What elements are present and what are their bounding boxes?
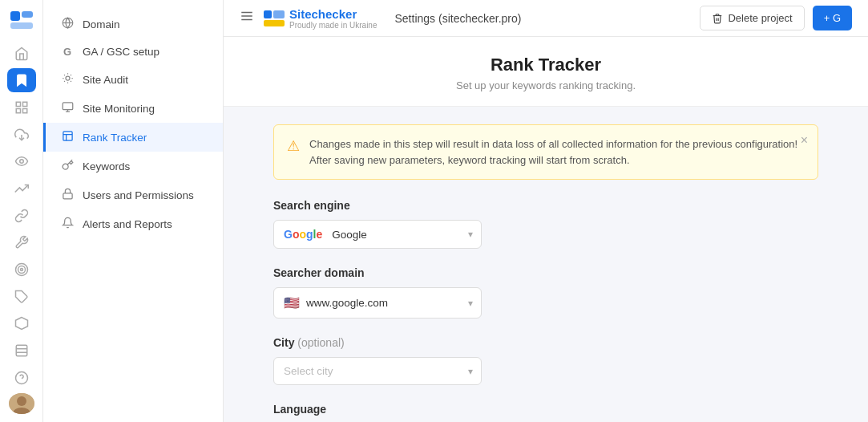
sidebar-item-domain-label: Domain [83,18,120,30]
svg-rect-28 [63,132,71,140]
add-project-label: + G [824,12,841,24]
bell-icon [60,217,75,231]
sidebar-item-keywords[interactable]: Keywords [43,152,223,181]
menu-toggle[interactable] [240,9,254,27]
sidebar-item-site-audit-label: Site Audit [83,74,128,86]
svg-rect-4 [22,102,26,106]
link-icon[interactable] [7,204,36,228]
google-g-icon: Google [284,228,322,241]
page-subtitle: Set up your keywords ranking tracking. [240,79,852,91]
svg-rect-1 [22,11,33,18]
sidebar-item-users-permissions[interactable]: Users and Permissions [43,181,223,209]
main-content: Rank Tracker Set up your keywords rankin… [224,37,868,422]
tool-icon[interactable] [7,231,36,255]
svg-rect-0 [10,11,20,21]
search-engine-select[interactable]: Google Google ▾ [273,220,482,249]
sidebar-item-rank-tracker-label: Rank Tracker [83,132,147,144]
topbar: Sitechecker Proudly made in Ukraine Sett… [224,0,868,37]
svg-point-10 [18,266,25,274]
chevron-down-icon-2: ▾ [468,298,473,309]
eye-icon[interactable] [7,149,36,173]
monitor-icon [60,101,75,116]
topbar-title: Settings (sitechecker.pro) [395,12,522,25]
bug-icon [60,72,75,87]
chart-icon[interactable] [7,177,36,201]
city-select[interactable]: Select city ▾ [273,357,482,385]
sidebar-item-site-audit[interactable]: Site Audit [43,65,223,94]
svg-rect-6 [22,108,26,112]
city-field: City (optional) Select city ▾ [273,336,818,385]
bookmark-icon[interactable] [7,68,36,92]
sidebar-item-alerts-reports-label: Alerts and Reports [83,218,172,230]
logo-text: Sitechecker [289,7,377,21]
download-icon[interactable] [7,123,36,147]
trash-icon [712,13,723,24]
sidebar-item-keywords-label: Keywords [83,160,130,172]
svg-rect-37 [273,10,285,18]
lock-icon [60,188,75,202]
warning-text: Changes made in this step will result in… [309,136,797,168]
settings-sidebar: Domain G GA / GSC setup Site Audit Site … [43,0,224,422]
svg-rect-3 [16,102,20,106]
topbar-actions: Delete project + G [700,6,852,30]
svg-rect-14 [16,345,27,356]
city-optional-label: (optional) [297,336,344,349]
searcher-domain-select-wrapper: 🇺🇸 www.google.com ▾ [273,287,482,319]
svg-rect-2 [10,22,33,29]
main-area: Sitechecker Proudly made in Ukraine Sett… [224,0,868,422]
home-icon[interactable] [7,42,36,66]
us-flag-icon: 🇺🇸 [284,295,300,310]
searcher-domain-value: www.google.com [306,297,388,309]
language-label: Language [273,403,818,416]
logo-icon[interactable] [7,8,36,32]
target-icon[interactable] [7,258,36,282]
search-engine-field: Search engine Google Google ▾ [273,199,818,249]
chevron-down-icon-3: ▾ [468,366,473,377]
sidebar-item-ga-gsc-label: GA / GSC setup [83,46,159,58]
puzzle-icon[interactable] [7,285,36,309]
keywords-icon [60,159,75,173]
grid-icon[interactable] [7,95,36,120]
language-field: Language English ▾ [273,403,818,422]
page-title: Rank Tracker [240,55,852,75]
svg-point-24 [66,76,70,80]
svg-point-11 [20,269,22,271]
svg-rect-35 [264,10,272,18]
svg-rect-25 [63,103,73,110]
warning-icon: ⚠ [287,137,300,155]
ga-icon: G [60,46,75,58]
avatar[interactable] [9,393,34,414]
form-area: ⚠ Changes made in this step will result … [257,107,834,422]
sidebar-item-site-monitoring-label: Site Monitoring [83,103,155,115]
sidebar-item-rank-tracker[interactable]: Rank Tracker [43,123,223,152]
delete-project-label: Delete project [728,12,792,24]
svg-rect-5 [16,108,20,112]
searcher-domain-label: Searcher domain [273,266,818,279]
search-engine-value: Google [332,229,367,241]
sitechecker-logo [264,10,285,26]
sidebar-item-site-monitoring[interactable]: Site Monitoring [43,94,223,123]
page-header: Rank Tracker Set up your keywords rankin… [224,37,868,107]
logo-area: Sitechecker Proudly made in Ukraine [264,7,377,30]
icon-rail [0,0,43,422]
tag-icon[interactable] [7,312,36,336]
search-engine-select-wrapper: Google Google ▾ [273,220,482,249]
sidebar-item-domain[interactable]: Domain [43,10,223,39]
city-placeholder: Select city [284,365,333,377]
svg-point-20 [17,396,26,406]
warning-close-button[interactable]: × [801,133,808,148]
domain-icon [60,17,75,31]
sidebar-item-users-permissions-label: Users and Permissions [83,189,194,201]
logo-sub: Proudly made in Ukraine [289,21,377,30]
warning-banner: ⚠ Changes made in this step will result … [273,124,818,180]
delete-project-button[interactable]: Delete project [700,6,804,30]
sidebar-item-ga-gsc[interactable]: G GA / GSC setup [43,39,223,65]
searcher-domain-field: Searcher domain 🇺🇸 www.google.com ▾ [273,266,818,319]
svg-point-8 [19,160,23,164]
sidebar-item-alerts-reports[interactable]: Alerts and Reports [43,209,223,238]
help-icon[interactable] [7,366,36,390]
add-project-button[interactable]: + G [813,6,852,30]
rank-tracker-icon [60,130,75,144]
searcher-domain-select[interactable]: 🇺🇸 www.google.com ▾ [273,287,482,319]
doc-icon[interactable] [7,339,36,363]
